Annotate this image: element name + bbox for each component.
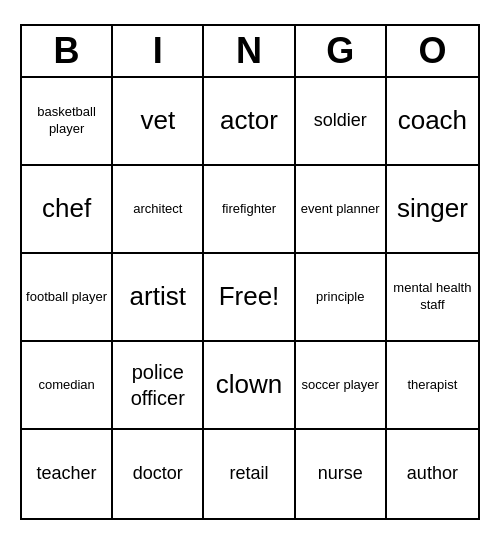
cell-text: singer	[397, 192, 468, 226]
bingo-cell: coach	[387, 78, 478, 166]
cell-text: clown	[216, 368, 282, 402]
bingo-cell: basketball player	[22, 78, 113, 166]
bingo-grid: basketball playervetactorsoldiercoachche…	[22, 78, 478, 518]
bingo-cell: event planner	[296, 166, 387, 254]
bingo-header-letter: N	[204, 26, 295, 76]
bingo-header: BINGO	[22, 26, 478, 78]
bingo-cell: therapist	[387, 342, 478, 430]
bingo-cell: singer	[387, 166, 478, 254]
cell-text: basketball player	[26, 104, 107, 138]
bingo-header-letter: O	[387, 26, 478, 76]
bingo-header-letter: I	[113, 26, 204, 76]
bingo-cell: mental health staff	[387, 254, 478, 342]
cell-text: principle	[316, 289, 364, 306]
cell-text: chef	[42, 192, 91, 226]
cell-text: event planner	[301, 201, 380, 218]
cell-text: artist	[130, 280, 186, 314]
cell-text: teacher	[37, 462, 97, 485]
cell-text: football player	[26, 289, 107, 306]
cell-text: Free!	[219, 280, 280, 314]
bingo-cell: vet	[113, 78, 204, 166]
bingo-card: BINGO basketball playervetactorsoldierco…	[20, 24, 480, 520]
bingo-cell: soccer player	[296, 342, 387, 430]
cell-text: coach	[398, 104, 467, 138]
cell-text: therapist	[407, 377, 457, 394]
cell-text: author	[407, 462, 458, 485]
bingo-cell: actor	[204, 78, 295, 166]
bingo-cell: nurse	[296, 430, 387, 518]
bingo-header-letter: B	[22, 26, 113, 76]
bingo-cell: retail	[204, 430, 295, 518]
cell-text: doctor	[133, 462, 183, 485]
cell-text: comedian	[38, 377, 94, 394]
bingo-cell: Free!	[204, 254, 295, 342]
bingo-cell: firefighter	[204, 166, 295, 254]
cell-text: soldier	[314, 109, 367, 132]
cell-text: mental health staff	[391, 280, 474, 314]
cell-text: police officer	[117, 359, 198, 411]
cell-text: actor	[220, 104, 278, 138]
bingo-cell: principle	[296, 254, 387, 342]
bingo-header-letter: G	[296, 26, 387, 76]
bingo-cell: architect	[113, 166, 204, 254]
bingo-cell: doctor	[113, 430, 204, 518]
bingo-cell: football player	[22, 254, 113, 342]
cell-text: firefighter	[222, 201, 276, 218]
cell-text: vet	[140, 104, 175, 138]
bingo-cell: clown	[204, 342, 295, 430]
cell-text: nurse	[318, 462, 363, 485]
bingo-cell: soldier	[296, 78, 387, 166]
cell-text: soccer player	[302, 377, 379, 394]
bingo-cell: chef	[22, 166, 113, 254]
bingo-cell: police officer	[113, 342, 204, 430]
bingo-cell: comedian	[22, 342, 113, 430]
bingo-cell: author	[387, 430, 478, 518]
bingo-cell: artist	[113, 254, 204, 342]
cell-text: retail	[229, 462, 268, 485]
bingo-cell: teacher	[22, 430, 113, 518]
cell-text: architect	[133, 201, 182, 218]
